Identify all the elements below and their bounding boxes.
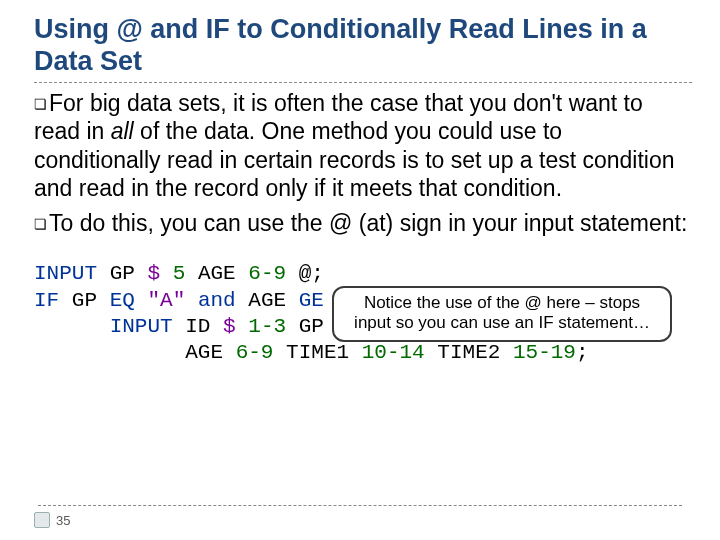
n5: 5 <box>173 262 186 285</box>
bullet-2-text: To do this, you can use the @ (at) sign … <box>49 210 687 236</box>
id-gp: GP <box>72 289 97 312</box>
id-age: AGE <box>185 341 223 364</box>
str-a: "A" <box>147 289 185 312</box>
sp <box>236 289 249 312</box>
str-dollar: $ <box>223 315 236 338</box>
code-line-1: INPUT GP $ 5 AGE 6-9 @; <box>34 261 692 287</box>
sp <box>500 341 513 364</box>
sp <box>185 289 198 312</box>
sp <box>425 341 438 364</box>
bullet-marker-icon: ❏ <box>34 96 47 113</box>
id-t1: TIME1 <box>286 341 349 364</box>
kw-and: and <box>198 289 236 312</box>
kw-input: INPUT <box>110 315 173 338</box>
callout-line-2: input so you can use an IF statement… <box>344 313 660 333</box>
at: @ <box>299 262 312 285</box>
sp <box>135 262 148 285</box>
id-id: ID <box>185 315 210 338</box>
semi: ; <box>311 262 324 285</box>
body-text: ❏For big data sets, it is often the case… <box>34 89 692 238</box>
n1-3: 1-3 <box>248 315 286 338</box>
sp <box>236 262 249 285</box>
footer-divider <box>38 505 682 506</box>
code-line-4: AGE 6-9 TIME1 10-14 TIME2 15-19; <box>34 340 692 366</box>
str-dollar: $ <box>147 262 160 285</box>
sp <box>286 262 299 285</box>
id-gp: GP <box>110 262 135 285</box>
sp <box>185 262 198 285</box>
bullet-2: ❏To do this, you can use the @ (at) sign… <box>34 209 692 238</box>
sp <box>135 289 148 312</box>
sp <box>59 289 72 312</box>
sp <box>286 315 299 338</box>
sp <box>97 289 110 312</box>
kw-ge: GE <box>299 289 324 312</box>
bullet-1: ❏For big data sets, it is often the case… <box>34 89 692 203</box>
n6-9: 6-9 <box>236 341 274 364</box>
sp <box>273 341 286 364</box>
kw-eq: EQ <box>110 289 135 312</box>
id-gp: GP <box>299 315 324 338</box>
slide-title: Using @ and IF to Conditionally Read Lin… <box>34 14 692 83</box>
sp <box>160 262 173 285</box>
sp <box>286 289 299 312</box>
sp <box>173 315 186 338</box>
semi: ; <box>576 341 589 364</box>
kw-if: IF <box>34 289 59 312</box>
sp <box>349 341 362 364</box>
n6-9: 6-9 <box>248 262 286 285</box>
sp <box>236 315 249 338</box>
id-age: AGE <box>198 262 236 285</box>
slide: Using @ and IF to Conditionally Read Lin… <box>0 0 720 540</box>
bullet-1-em: all <box>111 118 134 144</box>
id-age: AGE <box>248 289 286 312</box>
n15-19: 15-19 <box>513 341 576 364</box>
sp <box>210 315 223 338</box>
sp <box>223 341 236 364</box>
id-t2: TIME2 <box>437 341 500 364</box>
slide-badge-icon <box>34 512 50 528</box>
kw-input: INPUT <box>34 262 97 285</box>
bullet-marker-icon: ❏ <box>34 216 47 233</box>
callout-line-1: Notice the use of the @ here – stops <box>344 293 660 313</box>
sp <box>97 262 110 285</box>
callout-note: Notice the use of the @ here – stops inp… <box>332 286 672 342</box>
page-number: 35 <box>56 513 70 528</box>
n10-14: 10-14 <box>362 341 425 364</box>
